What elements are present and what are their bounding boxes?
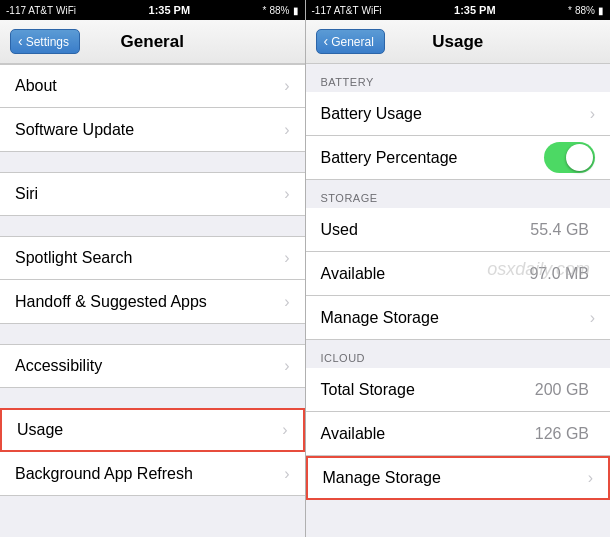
icloud-section-header: ICLOUD: [306, 340, 611, 368]
list-item-spotlight[interactable]: Spotlight Search ›: [0, 236, 305, 280]
used-value: 55.4 GB: [530, 221, 589, 239]
right-storage-group: STORAGE Used 55.4 GB Available 97.0 MB M…: [306, 180, 611, 340]
accessibility-chevron: ›: [284, 357, 289, 375]
right-battery-group: BATTERY Battery Usage › Battery Percenta…: [306, 64, 611, 180]
right-status-bar: -117 AT&T WiFi 1:35 PM * 88% ▮: [306, 0, 611, 20]
list-item-usage[interactable]: Usage ›: [0, 408, 305, 452]
handoff-label: Handoff & Suggested Apps: [15, 293, 284, 311]
available-label: Available: [321, 265, 530, 283]
right-icloud-group: ICLOUD Total Storage 200 GB Available 12…: [306, 340, 611, 500]
battery-usage-label: Battery Usage: [321, 105, 590, 123]
total-storage-value: 200 GB: [535, 381, 589, 399]
siri-label: Siri: [15, 185, 284, 203]
left-sep-4: [0, 388, 305, 408]
right-section-list: BATTERY Battery Usage › Battery Percenta…: [306, 64, 611, 537]
left-group-4: Accessibility ›: [0, 344, 305, 388]
right-nav-title: Usage: [432, 32, 483, 52]
right-back-label: General: [331, 35, 374, 49]
manage-storage-1-label: Manage Storage: [321, 309, 590, 327]
right-panel: -117 AT&T WiFi 1:35 PM * 88% ▮ ‹ General…: [306, 0, 611, 537]
battery-usage-chevron: ›: [590, 105, 595, 123]
siri-chevron: ›: [284, 185, 289, 203]
left-group-3: Spotlight Search › Handoff & Suggested A…: [0, 236, 305, 324]
left-sep-2: [0, 216, 305, 236]
toggle-knob: [566, 144, 593, 171]
right-status-left: -117 AT&T WiFi: [312, 5, 382, 16]
accessibility-label: Accessibility: [15, 357, 284, 375]
left-back-chevron: ‹: [18, 33, 23, 49]
manage-storage-2-label: Manage Storage: [323, 469, 588, 487]
left-panel: -117 AT&T WiFi 1:35 PM * 88% ▮ ‹ Setting…: [0, 0, 305, 537]
right-nav-bar: ‹ General Usage: [306, 20, 611, 64]
about-chevron: ›: [284, 77, 289, 95]
left-status-right: * 88% ▮: [263, 5, 299, 16]
list-item-manage-storage-2[interactable]: Manage Storage ›: [306, 456, 611, 500]
right-battery-pct: 88%: [575, 5, 595, 16]
right-status-right: * 88% ▮: [568, 5, 604, 16]
total-storage-label: Total Storage: [321, 381, 535, 399]
left-battery-icon: ▮: [293, 5, 299, 16]
list-item-manage-storage-1[interactable]: Manage Storage ›: [306, 296, 611, 340]
icloud-available-label: Available: [321, 425, 535, 443]
left-carrier: -117 AT&T: [6, 5, 53, 16]
right-back-button[interactable]: ‹ General: [316, 29, 385, 54]
software-update-chevron: ›: [284, 121, 289, 139]
left-status-left: -117 AT&T WiFi: [6, 5, 76, 16]
list-item-accessibility[interactable]: Accessibility ›: [0, 344, 305, 388]
right-battery-icon: ▮: [598, 5, 604, 16]
list-item-used: Used 55.4 GB: [306, 208, 611, 252]
handoff-chevron: ›: [284, 293, 289, 311]
left-group-2: Siri ›: [0, 172, 305, 216]
battery-pct-label: Battery Percentage: [321, 149, 545, 167]
background-refresh-label: Background App Refresh: [15, 465, 284, 483]
used-label: Used: [321, 221, 531, 239]
right-time: 1:35 PM: [454, 4, 496, 16]
left-section-list: About › Software Update › Siri › Spotlig…: [0, 64, 305, 537]
list-item-software-update[interactable]: Software Update ›: [0, 108, 305, 152]
battery-section-header: BATTERY: [306, 64, 611, 92]
list-item-battery-usage[interactable]: Battery Usage ›: [306, 92, 611, 136]
list-item-about[interactable]: About ›: [0, 64, 305, 108]
left-time: 1:35 PM: [149, 4, 191, 16]
about-label: About: [15, 77, 284, 95]
list-item-total-storage: Total Storage 200 GB: [306, 368, 611, 412]
right-bluetooth-icon: *: [568, 5, 572, 16]
list-item-available: Available 97.0 MB: [306, 252, 611, 296]
available-value: 97.0 MB: [529, 265, 589, 283]
left-sep-1: [0, 152, 305, 172]
list-item-background-refresh[interactable]: Background App Refresh ›: [0, 452, 305, 496]
manage-storage-1-chevron: ›: [590, 309, 595, 327]
list-item-icloud-available: Available 126 GB: [306, 412, 611, 456]
usage-label: Usage: [17, 421, 282, 439]
storage-section-header: STORAGE: [306, 180, 611, 208]
right-back-chevron: ‹: [324, 33, 329, 49]
background-refresh-chevron: ›: [284, 465, 289, 483]
right-wifi-icon: WiFi: [362, 5, 382, 16]
manage-storage-2-chevron: ›: [588, 469, 593, 487]
left-sep-3: [0, 324, 305, 344]
left-bluetooth-icon: *: [263, 5, 267, 16]
spotlight-label: Spotlight Search: [15, 249, 284, 267]
list-item-siri[interactable]: Siri ›: [0, 172, 305, 216]
left-group-5: Usage › Background App Refresh ›: [0, 408, 305, 496]
icloud-available-value: 126 GB: [535, 425, 589, 443]
left-nav-bar: ‹ Settings General: [0, 20, 305, 64]
left-back-label: Settings: [26, 35, 69, 49]
left-back-button[interactable]: ‹ Settings: [10, 29, 80, 54]
left-wifi-icon: WiFi: [56, 5, 76, 16]
left-nav-title: General: [121, 32, 184, 52]
left-status-bar: -117 AT&T WiFi 1:35 PM * 88% ▮: [0, 0, 305, 20]
left-battery-pct: 88%: [269, 5, 289, 16]
list-item-battery-percentage[interactable]: Battery Percentage: [306, 136, 611, 180]
battery-percentage-toggle[interactable]: [544, 142, 595, 173]
usage-chevron: ›: [282, 421, 287, 439]
spotlight-chevron: ›: [284, 249, 289, 267]
software-update-label: Software Update: [15, 121, 284, 139]
right-carrier: -117 AT&T: [312, 5, 359, 16]
left-group-1: About › Software Update ›: [0, 64, 305, 152]
list-item-handoff[interactable]: Handoff & Suggested Apps ›: [0, 280, 305, 324]
